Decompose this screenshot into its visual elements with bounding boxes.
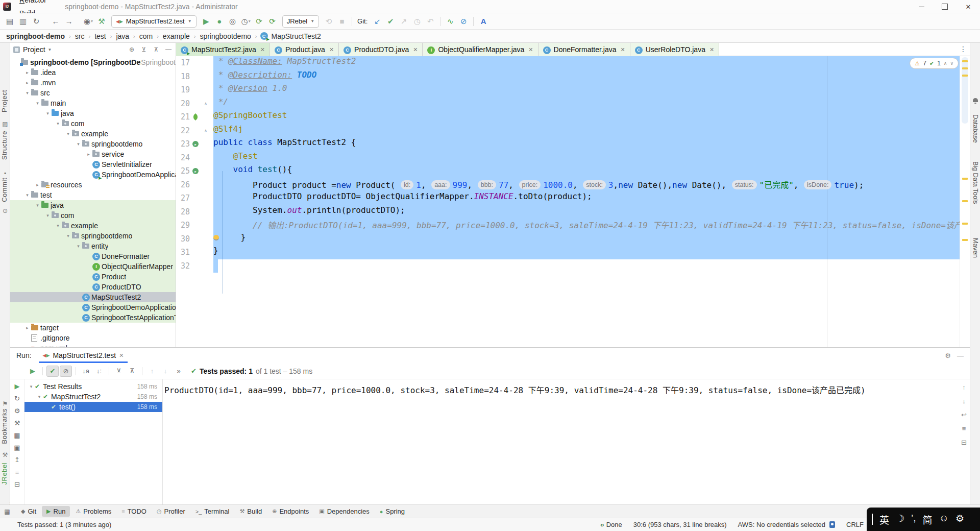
ime-moon-icon[interactable]: ☽	[896, 513, 904, 526]
test-console-output[interactable]: ProductDTO(id=1, aaa=999, bbb=77, price=…	[164, 379, 951, 504]
aws-credentials-status[interactable]: AWS: No credentials selected	[738, 521, 825, 528]
open-icon[interactable]: ▤	[3, 15, 16, 28]
monitor-icon[interactable]: ∿	[444, 15, 457, 28]
intention-bulb-icon[interactable]	[213, 235, 219, 240]
clear-console-icon[interactable]: ⊟	[961, 439, 967, 446]
sync-icon[interactable]: ↻	[30, 15, 43, 28]
expand-all-icon[interactable]: ⊻	[113, 366, 125, 377]
run-configuration-select[interactable]: ◀▶ MapStructTest2.test ▼	[111, 15, 197, 28]
tree-chevron-icon[interactable]: ▾	[44, 111, 52, 116]
aws-icon[interactable]	[829, 521, 835, 528]
editor-tab-mapstructtest2-java[interactable]: CMapStructTest2.java✕	[176, 43, 270, 56]
ime-settings-icon[interactable]: ⚙	[955, 513, 964, 526]
run-test-icon[interactable]: ▶	[192, 141, 199, 147]
toolwindow-bookmarks-label[interactable]: Bookmarks	[1, 408, 8, 444]
expand-all-icon[interactable]: ⊻	[140, 46, 148, 53]
tab-close-icon[interactable]: ✕	[260, 46, 265, 53]
git-update-icon[interactable]: ↙	[371, 15, 384, 28]
tree-item-springboot-demo-springbootdemo-[interactable]: springboot-demo [SpringbootDemo] Springb…	[10, 57, 176, 67]
toolwindow-button-run[interactable]: ▶Run	[42, 506, 70, 517]
project-icon[interactable]: ▨	[2, 120, 9, 128]
tree-item-objectqualifiermapper[interactable]: IObjectQualifierMapper	[10, 261, 176, 272]
inspections-widget[interactable]: ⚠ 7 ✔ 1 ∧ ∨	[910, 58, 959, 69]
translate-icon[interactable]: A	[477, 15, 490, 28]
breadcrumb-item[interactable]: example	[162, 32, 191, 40]
soft-wrap-icon[interactable]: ↩	[961, 411, 967, 419]
tree-chevron-icon[interactable]: ▾	[28, 384, 35, 389]
ime-simplified-chinese[interactable]: 简	[923, 513, 933, 526]
toolwindow-maven-label[interactable]: Maven	[972, 238, 979, 258]
tree-item-main[interactable]: ▾main	[10, 98, 176, 108]
more-icon[interactable]: »	[173, 366, 185, 377]
sort-alphabetically-icon[interactable]: ↓a	[80, 366, 92, 377]
bookmark-icon[interactable]: ⚑	[2, 400, 9, 407]
breadcrumb-item[interactable]: com	[138, 32, 154, 40]
options-menu-icon[interactable]: ≡	[15, 468, 19, 476]
breadcrumb-item[interactable]: test	[93, 32, 107, 40]
tree-item-src[interactable]: ▾src	[10, 88, 176, 98]
editor-tab-productdto-java[interactable]: CProductDTO.java✕	[339, 43, 423, 56]
tree-chevron-icon[interactable]: ▾	[64, 131, 72, 136]
hide-icon[interactable]: —	[957, 352, 964, 359]
fold-icon[interactable]: ∧	[201, 101, 210, 106]
notifications-bell-icon[interactable]	[973, 98, 978, 102]
run-icon[interactable]: ▶	[200, 15, 213, 28]
settings-icon[interactable]: ⚙	[945, 352, 951, 359]
toolwindow-database-label[interactable]: Database	[972, 114, 979, 143]
tab-close-icon[interactable]: ✕	[329, 46, 334, 53]
toolwindow-button-build[interactable]: ⚒Build	[235, 506, 266, 517]
next-failed-icon[interactable]: ↓	[159, 366, 172, 377]
structure-icon[interactable]: ▪	[2, 170, 9, 177]
close-button[interactable]: ✕	[957, 0, 980, 13]
tree-item-mapstructtest2[interactable]: CMapStructTest2	[10, 292, 176, 302]
show-ignored-icon[interactable]: ⊘	[60, 366, 72, 377]
jrebel-debug-icon[interactable]: ⟳	[266, 15, 279, 28]
ime-punctuation[interactable]: ’,	[911, 513, 916, 526]
tree-chevron-icon[interactable]: ▾	[54, 121, 62, 126]
tree-chevron-icon[interactable]: ▸	[34, 182, 41, 187]
breadcrumb-item[interactable]: MapStructTest2	[271, 32, 322, 40]
tree-item-springbootdemo[interactable]: ▾springbootdemo	[10, 139, 176, 149]
rerun-tests-icon[interactable]: ▶	[15, 382, 20, 390]
tree-item-java[interactable]: ▾java	[10, 108, 176, 118]
toolwindow-project-label[interactable]: Project	[1, 90, 8, 112]
toolwindow-button-git[interactable]: ◆Git	[16, 506, 41, 517]
toolwindow-jrebel-label[interactable]: JRebel	[1, 463, 8, 485]
caret-position[interactable]: 30:6 (953 chars, 31 line breaks)	[633, 521, 727, 528]
clear-icon[interactable]: ⊟	[14, 480, 20, 488]
snapshot-icon[interactable]: ▣	[14, 444, 20, 451]
jrebel-run-icon[interactable]: ⟳	[253, 15, 266, 28]
tree-chevron-icon[interactable]: ▾	[75, 244, 82, 249]
import-results-icon[interactable]: ↥	[14, 456, 20, 464]
editor-tab-product-java[interactable]: CProduct.java✕	[270, 43, 339, 56]
build-hammer-icon[interactable]: ⚒	[95, 15, 108, 28]
test-tree-item-test-results[interactable]: ▾✔Test Results158 ms	[24, 381, 162, 392]
run-test-icon[interactable]: ▶	[192, 168, 199, 174]
toolwindow-button-todo[interactable]: ≡TODO	[117, 506, 151, 517]
editor-scrollbar[interactable]	[960, 56, 970, 347]
tab-options-icon[interactable]: ⋮	[960, 45, 967, 53]
tree-chevron-icon[interactable]: ▾	[36, 394, 43, 399]
tab-close-icon[interactable]: ✕	[528, 46, 533, 53]
tree-item-doneformatter[interactable]: CDoneFormatter	[10, 251, 176, 261]
services-icon[interactable]: ⚒	[2, 451, 9, 458]
test-settings-icon[interactable]: ⚙	[14, 407, 20, 415]
toolwindow-button-terminal[interactable]: >_Terminal	[191, 506, 234, 517]
next-problem-icon[interactable]: ∨	[950, 61, 953, 66]
tree-item--gitignore[interactable]: .gitignore	[10, 333, 176, 343]
tree-item-example[interactable]: ▾example	[10, 129, 176, 139]
debug-icon[interactable]: ●	[213, 15, 226, 27]
tree-item-springbootdemoapplication[interactable]: CSpringbootDemoApplication	[10, 170, 176, 180]
grid-icon[interactable]: ▦	[14, 431, 20, 439]
project-panel-title[interactable]: Project	[23, 45, 45, 54]
toolwindow-button-spring[interactable]: ●Spring	[375, 506, 409, 517]
toolwindow-button-problems[interactable]: ⚠Problems	[71, 506, 116, 517]
forward-icon[interactable]: →	[62, 15, 76, 27]
toolwindow-button-profiler[interactable]: ◷Profiler	[152, 506, 190, 517]
scroll-up-icon[interactable]: ↑	[961, 383, 967, 391]
scroll-down-icon[interactable]: ↓	[961, 397, 967, 405]
tree-item-service[interactable]: ▸service	[10, 149, 176, 159]
fix-icon[interactable]: ⚒	[14, 419, 20, 427]
tree-item-servletinitializer[interactable]: CServletInitializer	[10, 159, 176, 170]
tab-close-icon[interactable]: ✕	[413, 46, 418, 53]
